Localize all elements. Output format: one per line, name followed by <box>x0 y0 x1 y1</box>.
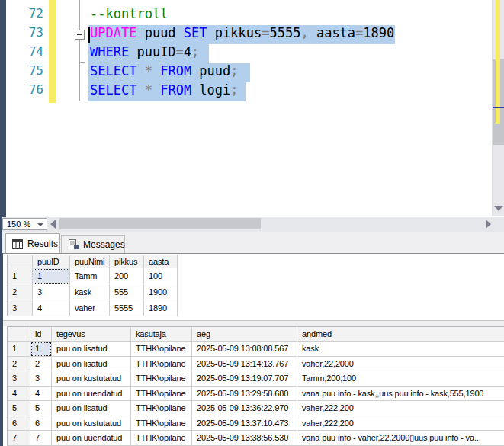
scrollbar-change-annotation <box>496 0 500 124</box>
row-header[interactable]: 2 <box>7 284 33 300</box>
column-header[interactable]: pikkus <box>110 255 144 268</box>
grid-cell[interactable]: kask <box>297 342 504 357</box>
grid-cell[interactable]: 6 <box>30 416 52 432</box>
code-line[interactable]: SELECT * FROM logi; <box>90 82 239 101</box>
grid-cell[interactable]: puu on lisatud <box>52 401 131 416</box>
grid-splitter[interactable] <box>3 320 504 326</box>
sql-editor[interactable]: 7172--kontroll73UPDATE puud SET pikkus=5… <box>6 0 504 217</box>
corner-header[interactable] <box>7 326 30 342</box>
grid-cell[interactable]: 2025-05-09 13:19:07.707 <box>192 371 297 387</box>
grid-cell[interactable]: 2025-05-09 13:37:10.473 <box>192 416 297 432</box>
grid-cell[interactable]: 555 <box>110 284 144 300</box>
grid-cell[interactable]: 4 <box>30 387 52 402</box>
grid-cell[interactable]: 2025-05-09 13:14:13.767 <box>192 357 297 372</box>
log-grid-panel: idtegevuskasutajaaegandmed11puu on lisat… <box>3 326 504 446</box>
column-header[interactable]: aeg <box>192 326 297 342</box>
grid-cell[interactable]: vaher,22,2000 <box>297 357 504 372</box>
grid-row: 44puu on uuendatudTTHK\opilane2025-05-09… <box>7 387 504 402</box>
row-header[interactable]: 7 <box>7 431 30 446</box>
grid-cell[interactable]: puu on uuendatud <box>52 431 131 446</box>
column-header[interactable]: tegevus <box>52 326 131 342</box>
horizontal-scrollbar-thumb[interactable] <box>59 218 261 229</box>
row-header[interactable]: 1 <box>7 268 33 284</box>
row-header[interactable]: 3 <box>7 300 33 316</box>
grid-cell[interactable]: puu on uuendatud <box>52 387 131 402</box>
code-line[interactable]: SELECT * FROM puud; <box>90 63 239 82</box>
results-tab-strip: Results Messages <box>2 232 504 253</box>
column-header[interactable]: puuID <box>33 255 70 268</box>
scroll-left-arrow-icon[interactable] <box>50 220 56 229</box>
grid-cell[interactable]: 3 <box>30 371 52 387</box>
puud-result-grid: puuIDpuuNimipikkusaasta11Tamm20010023kas… <box>7 255 178 316</box>
code-line[interactable]: WHERE puuID=4; <box>90 44 199 63</box>
row-header[interactable]: 3 <box>7 371 30 387</box>
tab-messages[interactable]: Messages <box>61 235 125 253</box>
row-header[interactable]: 5 <box>7 401 30 416</box>
grid-cell[interactable]: 200 <box>110 268 144 284</box>
grid-cell[interactable]: 3 <box>33 284 70 300</box>
grid-cell[interactable]: puu on lisatud <box>52 357 131 372</box>
grid-cell[interactable]: 1 <box>30 342 52 357</box>
grid-cell[interactable]: 100 <box>144 268 178 284</box>
grid-cell[interactable]: 2025-05-09 13:36:22.970 <box>192 401 297 416</box>
grid-cell[interactable]: vaher,222,200 <box>297 401 504 416</box>
line-number[interactable]: 74 <box>6 44 43 63</box>
corner-header[interactable] <box>7 255 33 268</box>
grid-cell[interactable]: 1890 <box>144 300 178 316</box>
grid-cell[interactable]: TTHK\opilane <box>131 401 192 416</box>
code-line[interactable]: --kontroll <box>90 6 168 25</box>
grid-cell[interactable]: 1 <box>33 268 70 284</box>
grid-cell[interactable]: TTHK\opilane <box>131 342 192 357</box>
grid-cell[interactable]: kask <box>70 284 110 300</box>
grid-cell[interactable]: Tamm,200,100 <box>297 371 504 387</box>
row-header[interactable]: 6 <box>7 416 30 432</box>
grid-cell[interactable]: TTHK\opilane <box>131 387 192 402</box>
grid-cell[interactable]: Tamm <box>70 268 110 284</box>
grid-cell[interactable]: 4 <box>33 300 70 316</box>
scroll-right-arrow-icon[interactable] <box>486 220 491 229</box>
grid-cell[interactable]: 5555 <box>110 300 144 316</box>
grid-cell[interactable]: puu on kustutatud <box>52 416 131 432</box>
column-header[interactable]: andmed <box>297 326 504 342</box>
column-header[interactable]: kasutaja <box>131 326 192 342</box>
zoom-level-dropdown[interactable]: 150 % <box>2 218 47 230</box>
line-number[interactable]: 76 <box>6 82 43 101</box>
grid-cell[interactable]: puu on lisatud <box>52 342 131 357</box>
column-header[interactable]: puuNimi <box>70 255 110 268</box>
scrollbar-caret-marker <box>493 107 504 108</box>
grid-row: 22puu on lisatudTTHK\opilane2025-05-09 1… <box>7 357 504 372</box>
grid-cell[interactable]: puu on kustutatud <box>52 371 131 387</box>
grid-cell[interactable]: 1900 <box>144 284 178 300</box>
grid-cell[interactable]: 5 <box>30 401 52 416</box>
line-number[interactable]: 72 <box>6 6 43 25</box>
grid-cell[interactable]: 2 <box>30 357 52 372</box>
minus-icon <box>77 34 82 35</box>
grid-cell[interactable]: vana puu info - vaher,22,2000▯uus puu in… <box>297 431 504 446</box>
scroll-down-arrow-icon[interactable] <box>494 206 503 211</box>
grid-cell[interactable]: vaher,222,200 <box>297 416 504 432</box>
grid-cell[interactable]: TTHK\opilane <box>131 431 192 446</box>
grid-cell[interactable]: TTHK\opilane <box>131 416 192 432</box>
grid-cell[interactable]: 2025-05-09 13:38:56.530 <box>192 431 297 446</box>
collapse-region-icon[interactable] <box>75 30 85 40</box>
grid-cell[interactable]: TTHK\opilane <box>131 371 192 387</box>
line-number[interactable]: 73 <box>6 25 43 44</box>
zoom-level-value: 150 % <box>7 220 30 229</box>
grid-cell[interactable]: vana puu info - kask,,uus puu info - kas… <box>297 387 504 402</box>
grid-cell[interactable]: vaher <box>70 300 110 316</box>
column-header[interactable]: aasta <box>144 255 178 268</box>
grid-cell[interactable]: TTHK\opilane <box>131 357 192 372</box>
code-line[interactable]: UPDATE puud SET pikkus=5555, aasta=1890 <box>90 25 394 44</box>
editor-vertical-scrollbar[interactable] <box>492 0 504 216</box>
line-number[interactable]: 71 <box>6 0 43 6</box>
row-header[interactable]: 4 <box>7 387 30 402</box>
row-header[interactable]: 2 <box>7 357 30 372</box>
grid-cell[interactable]: 2025-05-09 13:08:08.567 <box>192 342 297 357</box>
line-number[interactable]: 75 <box>6 63 43 82</box>
grid-cell[interactable]: 7 <box>30 431 52 446</box>
grid-cell[interactable]: 2025-05-09 13:29:58.680 <box>192 387 297 402</box>
row-header[interactable]: 1 <box>7 342 30 357</box>
tab-results[interactable]: Results <box>5 233 60 253</box>
messages-icon <box>68 239 79 249</box>
column-header[interactable]: id <box>30 326 52 342</box>
